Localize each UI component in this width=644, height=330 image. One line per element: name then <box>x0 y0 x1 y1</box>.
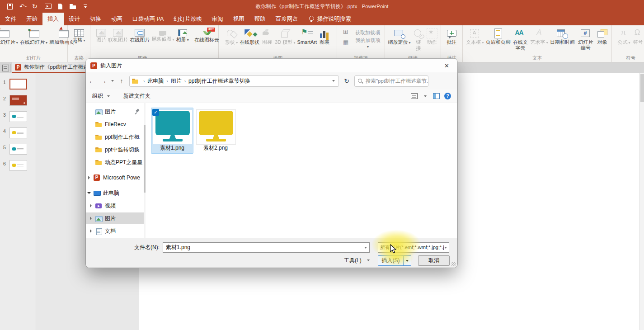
undo-icon[interactable] <box>19 3 27 10</box>
back-icon[interactable]: ← <box>86 77 98 85</box>
slide-item-6[interactable]: 6 <box>0 160 36 174</box>
shapes-button[interactable]: 形状 <box>224 27 239 46</box>
redo-icon[interactable] <box>31 3 39 10</box>
my-addins-button[interactable]: 我的加载项 <box>341 39 381 47</box>
change-view-icon[interactable] <box>411 93 418 99</box>
slide-item-2[interactable]: 2 <box>0 95 36 108</box>
scrollbar-thumb[interactable] <box>640 74 644 102</box>
tab-help[interactable]: 帮助 <box>249 13 271 25</box>
tab-file[interactable]: 文件 <box>0 13 21 25</box>
sidebar-item-documents[interactable]: 文档 <box>86 225 144 237</box>
web-pictures-button[interactable]: 在线图片 <box>129 27 150 43</box>
slide-item-1[interactable]: 1 <box>0 79 36 92</box>
table-button[interactable]: 表格 <box>71 27 86 43</box>
chart-button[interactable]: 图表 <box>318 27 331 46</box>
breadcrumb-current-folder[interactable]: ppt制作工作概述章节切换 <box>188 77 250 85</box>
slide-4-thumbnail[interactable] <box>9 127 27 138</box>
dialog-title-bar[interactable]: P 插入图片 ✕ <box>86 59 457 72</box>
word-cloud-button[interactable]: 在线文字云 <box>512 27 530 52</box>
sidebar-item-pictures[interactable]: 图片 <box>86 212 144 224</box>
address-dropdown-icon[interactable] <box>332 80 335 82</box>
online-pictures-button[interactable]: 联机图片 <box>107 27 129 43</box>
search-input[interactable]: 搜索"ppt制作工作概述章节... <box>354 75 428 87</box>
new-folder-button[interactable]: 新建文件夹 <box>123 92 150 100</box>
online-shapes-button[interactable]: 在线形状 <box>239 27 260 46</box>
breadcrumb-pictures[interactable]: 图片 <box>171 77 182 85</box>
tab-transitions[interactable]: 切换 <box>85 13 106 25</box>
sidebar-item-this-pc[interactable]: 此电脑 <box>86 187 144 199</box>
tab-insert[interactable]: 插入 <box>42 13 64 25</box>
slide-item-3[interactable]: 3 <box>0 111 36 125</box>
photo-album-button[interactable]: 相册 <box>175 27 190 43</box>
zoom-link-button[interactable]: 缩放定位 <box>387 27 411 46</box>
save-icon[interactable] <box>6 3 14 10</box>
sidebar-scrollbar[interactable] <box>144 103 146 238</box>
outline-view-icon[interactable] <box>1 64 11 72</box>
resize-grip[interactable] <box>451 262 456 266</box>
expand-icon[interactable] <box>87 175 91 180</box>
comment-button[interactable]: 批注 <box>445 27 459 46</box>
pictures-button[interactable]: 图片 <box>95 27 107 43</box>
file-item-2[interactable]: 素材2.png <box>194 108 237 154</box>
customize-quick-access-icon[interactable] <box>82 3 90 10</box>
slideshow-icon[interactable] <box>44 3 52 10</box>
organize-button[interactable]: 组织 <box>92 92 112 100</box>
close-icon[interactable]: ✕ <box>441 61 453 70</box>
collapse-icon[interactable] <box>87 191 91 195</box>
sidebar-item-microsoft-powerpoint[interactable]: Microsoft Powe <box>86 172 144 184</box>
slide-item-4[interactable]: 4 <box>0 127 36 141</box>
insert-split-dropdown[interactable] <box>403 256 411 265</box>
up-icon[interactable]: ↑ <box>116 77 127 85</box>
open-folder-icon[interactable] <box>69 3 77 10</box>
sidebar-item-dynamic-ppt[interactable]: 动态PPT之星星 <box>86 156 144 168</box>
filename-dropdown-icon[interactable] <box>364 247 367 249</box>
tab-review[interactable]: 审阅 <box>207 13 228 25</box>
date-time-button[interactable]: 日期和时间 <box>549 27 576 46</box>
slide-item-5[interactable]: 5 <box>0 144 36 157</box>
refresh-icon[interactable]: ↻ <box>339 77 354 85</box>
object-button[interactable]: 对象 <box>596 27 609 46</box>
forward-icon[interactable]: → <box>98 77 109 85</box>
get-addins-button[interactable]: 获取加载项 <box>341 28 381 37</box>
tab-design[interactable]: 设计 <box>64 13 85 25</box>
address-bar[interactable]: › 此电脑 › 图片 › ppt制作工作概述章节切换 <box>129 75 339 87</box>
symbol-button[interactable]: 符号 <box>631 27 644 46</box>
tell-me-search[interactable]: 操作说明搜索 <box>303 13 356 25</box>
vertical-scrollbar[interactable] <box>639 73 644 330</box>
screenshot-button[interactable]: 屏幕截图 <box>150 27 175 42</box>
tab-home[interactable]: 开始 <box>21 13 42 25</box>
expand-icon[interactable] <box>89 203 93 208</box>
sidebar-item-filerecv[interactable]: FileRecv <box>86 118 144 130</box>
equation-button[interactable]: 公式 <box>616 27 631 46</box>
preview-pane-icon[interactable] <box>433 93 440 99</box>
cancel-button[interactable]: 取消 <box>418 255 450 266</box>
file-item-1[interactable]: ✓ 素材1.png <box>151 108 193 154</box>
sidebar-item-ppt-folder-1[interactable]: ppt制作工作概 <box>86 131 144 143</box>
hyperlink-button[interactable]: 链接 <box>412 27 425 52</box>
sidebar-item-videos[interactable]: 视频 <box>86 200 144 212</box>
wordart-button[interactable]: 艺术字 <box>530 27 549 46</box>
view-dropdown-icon[interactable] <box>424 95 427 97</box>
text-box-button[interactable]: 文本框 <box>465 27 484 46</box>
3d-models-button[interactable]: 3D 模型 <box>274 27 296 46</box>
slide-5-thumbnail[interactable] <box>9 144 27 155</box>
new-slide-button[interactable]: 新建幻灯片 <box>0 27 19 46</box>
breadcrumb-this-pc[interactable]: 此电脑 <box>147 77 164 85</box>
filename-input[interactable] <box>163 242 370 253</box>
expand-icon[interactable] <box>89 216 93 221</box>
expand-icon[interactable] <box>89 229 93 233</box>
help-icon[interactable]: ? <box>444 93 451 99</box>
sidebar-scrollbar-thumb[interactable] <box>144 125 146 193</box>
header-footer-button[interactable]: 页眉和页脚 <box>485 27 512 46</box>
icons-button[interactable]: 图标 <box>260 27 274 46</box>
tab-animations[interactable]: 动画 <box>106 13 127 25</box>
recent-locations-icon[interactable] <box>111 80 114 82</box>
slide-number-button[interactable]: 幻灯片编号 <box>576 27 596 52</box>
insert-button[interactable]: 插入(S) <box>378 255 411 266</box>
action-button[interactable]: 动作 <box>425 27 439 46</box>
sidebar-item-pictures-pinned[interactable]: 图片 <box>86 106 144 118</box>
filetype-dropdown[interactable]: 所有图片(*.emf;*.wmf;*.jpg;*.j <box>378 242 449 253</box>
online-icon-cloud-button[interactable]: HOT 在线图标云 <box>193 27 220 43</box>
slide-2-thumbnail[interactable] <box>9 95 27 106</box>
tab-baidu-netdisk[interactable]: 百度网盘 <box>271 13 303 25</box>
